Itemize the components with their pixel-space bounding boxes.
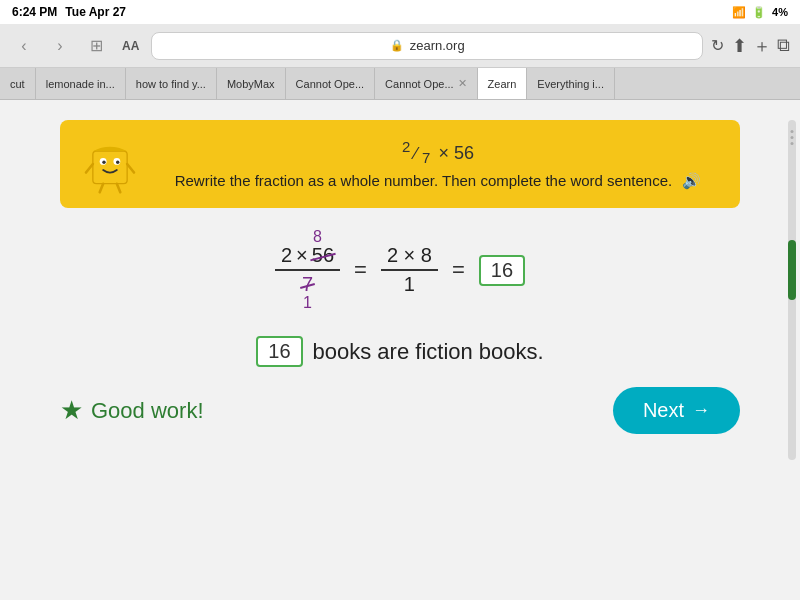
denominator-row: 7 (296, 271, 319, 296)
status-bar: 6:24 PM Tue Apr 27 📶 🔋 4% (0, 0, 800, 24)
next-label: Next (643, 399, 684, 422)
tab-zearn[interactable]: Zearn (478, 68, 528, 99)
status-left: 6:24 PM Tue Apr 27 (12, 5, 126, 19)
tab-cannotope1-label: Cannot Ope... (296, 78, 365, 90)
date-display: Tue Apr 27 (65, 5, 126, 19)
sentence-area: 16 books are fiction books. (256, 336, 543, 367)
below-number: 1 (303, 294, 312, 312)
fraction-separator: ⁄ (414, 144, 417, 163)
svg-rect-0 (93, 151, 127, 184)
battery-icon: 🔋 (752, 6, 766, 19)
numerator-row: 2 × 56 (275, 244, 340, 271)
tab-cut-label: cut (10, 78, 25, 90)
reader-button[interactable]: AA (118, 39, 143, 53)
tab-cannotope2[interactable]: Cannot Ope... ✕ (375, 68, 478, 99)
tab-everything-label: Everything i... (537, 78, 604, 90)
num-56: 56 (312, 244, 334, 267)
denom-7: 7 (302, 273, 313, 296)
tab-zearn-label: Zearn (488, 78, 517, 90)
tab-howtofind-label: how to find y... (136, 78, 206, 90)
status-right: 📶 🔋 4% (732, 6, 788, 19)
reload-button[interactable]: ↻ (711, 36, 724, 55)
back-button[interactable]: ‹ (10, 32, 38, 60)
fraction-denominator: 7 (422, 149, 435, 166)
answer-box: 16 (479, 255, 525, 286)
left-fraction: 8 2 × 56 7 1 (275, 228, 340, 312)
times-1: × (296, 244, 308, 267)
add-tab-button[interactable]: ＋ (753, 34, 771, 58)
right-numerator: 2 × 8 (381, 244, 438, 271)
num-2: 2 (281, 244, 292, 267)
svg-line-7 (100, 184, 103, 193)
browser-bar: ‹ › ⊞ AA 🔒 zearn.org ↻ ⬆ ＋ ⧉ (0, 24, 800, 68)
question-instruction: Rewrite the fraction as a whole number. … (175, 172, 702, 190)
question-container: 2 ⁄ 7 × 56 Rewrite the fraction as a who… (60, 120, 740, 208)
fraction-display: 2 ⁄ 7 × 56 (402, 138, 474, 166)
tab-cannotope1[interactable]: Cannot Ope... (286, 68, 376, 99)
good-work-display: ★ Good work! (60, 395, 204, 426)
svg-point-4 (116, 161, 119, 164)
tabs-overview-button[interactable]: ⧉ (777, 35, 790, 56)
browser-actions: ⬆ ＋ ⧉ (732, 34, 790, 58)
equals-1: = (354, 257, 367, 283)
star-icon: ★ (60, 395, 83, 426)
url-bar[interactable]: 🔒 zearn.org (151, 32, 703, 60)
equals-2: = (452, 257, 465, 283)
sentence-rest: books are fiction books. (313, 339, 544, 365)
math-expression: 8 2 × 56 7 1 = 2 × 8 1 = (275, 228, 525, 312)
svg-point-3 (102, 161, 105, 164)
scrollbar-dots (791, 130, 794, 145)
question-text-area: 2 ⁄ 7 × 56 Rewrite the fraction as a who… (156, 138, 720, 190)
tab-lemonade-label: lemonade in... (46, 78, 115, 90)
next-button[interactable]: Next → (613, 387, 740, 434)
tab-cannotope2-label: Cannot Ope... (385, 78, 454, 90)
lock-icon: 🔒 (390, 39, 404, 52)
tab-mobymax-label: MobyMax (227, 78, 275, 90)
time-display: 6:24 PM (12, 5, 57, 19)
tabs-button[interactable]: ⊞ (82, 32, 110, 60)
tab-lemonade[interactable]: lemonade in... (36, 68, 126, 99)
tab-everything[interactable]: Everything i... (527, 68, 615, 99)
forward-button[interactable]: › (46, 32, 74, 60)
wifi-icon: 📶 (732, 6, 746, 19)
url-text: zearn.org (410, 38, 465, 53)
scrollbar-thumb[interactable] (788, 240, 796, 300)
svg-line-8 (117, 184, 120, 193)
tab-cut[interactable]: cut (0, 68, 36, 99)
battery-level: 4% (772, 6, 788, 18)
feedback-area: ★ Good work! Next → (60, 387, 740, 434)
tab-mobymax[interactable]: MobyMax (217, 68, 286, 99)
fraction-numerator: 2 (402, 138, 415, 155)
math-area: 8 2 × 56 7 1 = 2 × 8 1 = (275, 228, 525, 312)
multiplier-text: × 56 (439, 143, 475, 163)
tabs-bar: cut lemonade in... how to find y... Moby… (0, 68, 800, 100)
sound-icon[interactable]: 🔊 (682, 172, 701, 189)
right-denominator: 1 (398, 271, 421, 296)
mascot-icon (80, 134, 140, 194)
scrollbar[interactable] (788, 120, 796, 460)
svg-line-5 (86, 164, 93, 173)
svg-line-6 (127, 164, 134, 173)
tab-cannotope2-close[interactable]: ✕ (458, 77, 467, 90)
right-fraction: 2 × 8 1 (381, 244, 438, 296)
share-button[interactable]: ⬆ (732, 35, 747, 57)
page-content: 2 ⁄ 7 × 56 Rewrite the fraction as a who… (0, 100, 800, 600)
next-arrow: → (692, 400, 710, 421)
sentence-answer-box: 16 (256, 336, 302, 367)
good-work-text: Good work! (91, 398, 204, 424)
tab-howtofind[interactable]: how to find y... (126, 68, 217, 99)
